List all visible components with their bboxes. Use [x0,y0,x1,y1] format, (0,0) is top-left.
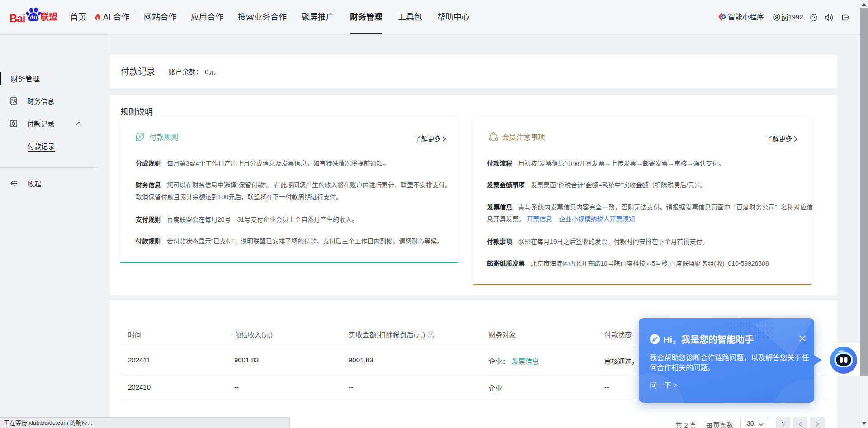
svg-text:du: du [30,14,38,21]
